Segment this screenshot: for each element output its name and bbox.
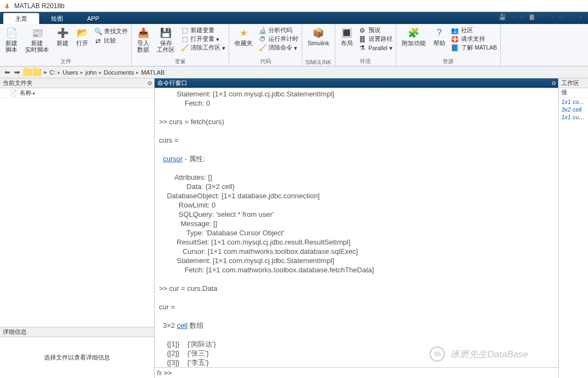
cmd-line: Statement: [1×1 com.mysql.cj.jdbc.Statem… (159, 89, 554, 99)
learn-matlab-button[interactable]: 📘了解 MATLAB (450, 44, 498, 52)
tab-apps[interactable]: APP (75, 13, 111, 24)
address-bar: ⬅ ➡ ▸ C:▸ Users▸ john▸ Documents▸ MATLAB (0, 66, 588, 78)
new-script-button[interactable]: 📄新建 脚本 (2, 25, 21, 57)
book-icon: 📘 (451, 44, 460, 52)
cmd-line: Attributes: [] (159, 173, 554, 182)
minimize-ribbon-icon[interactable]: ▾ (577, 13, 585, 21)
workspace-item[interactable]: 3x2 cell (559, 106, 588, 113)
tab-plots[interactable]: 绘图 (39, 13, 75, 24)
command-window-output[interactable]: Statement: [1×1 com.mysql.cj.jdbc.Statem… (155, 88, 558, 367)
cut-icon[interactable]: ✂ (509, 13, 516, 21)
layout-button[interactable]: 🔳布局 (338, 25, 356, 57)
ribbon-tabstrip: 主页 绘图 APP 💾 ✂ ⧉ 📋 ↶ ↷ ⊞ ? ▾ (0, 12, 588, 24)
folder-browse-icon[interactable] (33, 69, 41, 76)
save-icon[interactable]: 💾 (499, 13, 506, 21)
resources-group-label: 资源 (399, 57, 498, 66)
details-message: 选择文件以查看详细信息 (0, 337, 154, 378)
workspace-list[interactable]: 1x1 co...3x2 cell1x1 cu... (559, 98, 588, 121)
crumb-users[interactable]: Users (63, 69, 78, 76)
cmd-line: curs = (159, 136, 554, 145)
compare-icon: ⇄ (94, 37, 102, 45)
save-workspace-button[interactable]: 💾保存 工作区 (154, 25, 178, 57)
help-icon[interactable]: ? (567, 13, 575, 21)
analyze-code-button[interactable]: 🔬分析代码 (257, 26, 299, 35)
workspace-item[interactable]: 1x1 cu... (559, 113, 588, 121)
community-button[interactable]: 👥社区 (450, 26, 498, 35)
value-column-header[interactable]: 值 (559, 88, 588, 98)
crumb-documents[interactable]: Documents (104, 69, 134, 76)
cmd-line (159, 293, 554, 302)
redo-icon[interactable]: ↷ (548, 13, 555, 21)
cmd-line: 3×2 cell 数组 (159, 321, 554, 330)
addons-icon: 🧩 (408, 27, 420, 39)
panel-menu-icon[interactable]: ⊙ (552, 80, 556, 86)
crumb-user[interactable]: john (85, 69, 97, 76)
simulink-button[interactable]: 📦Simulink (304, 25, 333, 59)
cmd-line (159, 126, 554, 136)
name-column-header[interactable]: 📄名称▴ (0, 88, 154, 98)
cmd-line: ResultSet: [1×1 com.mysql.cj.jdbc.result… (159, 237, 554, 247)
cmd-line: Data: {3×2 cell} (159, 182, 554, 191)
cmd-line: Statement: [1×1 com.mysql.cj.jdbc.Statem… (159, 256, 554, 265)
new-variable-button[interactable]: ⬚新建变量 (179, 26, 226, 35)
folder-up-icon[interactable] (23, 69, 32, 76)
crumb-drive[interactable]: C: (50, 69, 56, 76)
fx-icon[interactable]: fx (157, 369, 162, 377)
variable-group-label: 变量 (134, 57, 226, 66)
paste-icon[interactable]: 📋 (528, 13, 536, 21)
code-group-label: 代码 (231, 57, 299, 66)
new-live-script-button[interactable]: 📰新建 实时脚本 (22, 25, 52, 57)
path-icon: 🛤 (358, 35, 367, 43)
panel-menu-icon[interactable]: ⊙ (148, 80, 152, 86)
cmd-line: Message: [] (159, 219, 554, 228)
cmd-line: Cursor: [1×1 com.mathworks.toolbox.datab… (159, 247, 554, 256)
forward-button[interactable]: ➡ (12, 68, 22, 77)
command-window-panel: 命令行窗口 ⊙ Statement: [1×1 com.mysql.cj.jdb… (155, 78, 559, 378)
open-button[interactable]: 📂打开 (73, 25, 91, 57)
timer-icon: ⏱ (258, 35, 267, 43)
simulink-icon: 📦 (313, 27, 324, 39)
cmd-line: Fetch: 0 (159, 99, 554, 108)
find-files-button[interactable]: 🔍查找文件 (93, 27, 129, 36)
crumb-matlab[interactable]: MATLAB (141, 69, 164, 76)
addons-button[interactable]: 🧩附加功能 (399, 25, 429, 57)
details-header: 详细信息 (0, 327, 154, 337)
undo-icon[interactable]: ↶ (538, 13, 546, 21)
run-and-time-button[interactable]: ⏱运行并计时 (257, 35, 299, 44)
parallel-button[interactable]: ⚗Parallel ▾ (357, 44, 394, 52)
current-folder-list[interactable] (0, 98, 154, 327)
cmd-line (159, 312, 554, 321)
cmd-line (159, 108, 554, 117)
compare-button[interactable]: ⇄比较 (93, 36, 129, 45)
window-title: MATLAB R2018b (14, 2, 65, 10)
cmd-line: DatabaseObject: [1×1 database.jdbc.conne… (159, 191, 554, 200)
preferences-button[interactable]: ⚙预设 (357, 26, 394, 35)
help-button[interactable]: ?帮助 (430, 25, 449, 57)
cmd-line: >> cur = curs.Data (159, 284, 554, 293)
workspace-item[interactable]: 1x1 co... (559, 98, 588, 106)
clear-ws-icon: 🧹 (180, 44, 189, 52)
request-support-button[interactable]: 🛟请求支持 (450, 35, 498, 44)
script-icon: 📄 (5, 27, 17, 39)
cmd-line (159, 330, 554, 339)
save-ws-icon: 💾 (160, 27, 172, 39)
import-icon: 📥 (137, 27, 149, 39)
clear-commands-button[interactable]: 🧹清除命令 ▾ (257, 44, 299, 52)
clear-cmd-icon: 🧹 (258, 44, 267, 52)
new-button[interactable]: ➕新建 (53, 25, 72, 57)
back-button[interactable]: ⬅ (2, 68, 12, 77)
tab-home[interactable]: 主页 (3, 13, 39, 24)
set-path-button[interactable]: 🛤设置路径 (357, 35, 394, 44)
cmd-line: cursor - 属性: (159, 154, 554, 163)
cmd-line: {[1]} {'闵际达'} (159, 339, 554, 349)
simulink-group-label: SIMULINK (304, 59, 333, 66)
favorites-button[interactable]: ★收藏夹 (231, 25, 256, 57)
cmd-line: RowLimit: 0 (159, 200, 554, 210)
import-data-button[interactable]: 📥导入 数据 (134, 25, 152, 57)
clear-workspace-button[interactable]: 🧹清除工作区 ▾ (179, 44, 226, 52)
title-bar: MATLAB R2018b (0, 0, 588, 12)
open-variable-button[interactable]: ⬚打开变量 ▾ (179, 35, 226, 44)
switch-windows-icon[interactable]: ⊞ (558, 13, 565, 21)
copy-icon[interactable]: ⧉ (518, 13, 526, 21)
command-prompt-row[interactable]: fx >> (155, 367, 558, 378)
